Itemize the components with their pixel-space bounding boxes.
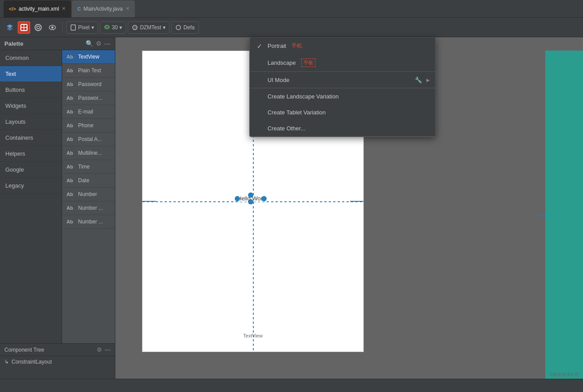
palette-item-time[interactable]: Ab Time: [62, 160, 115, 174]
uimode-check-icon: ✓: [257, 76, 264, 83]
palette-item-email-label: E-mail: [78, 109, 93, 115]
sidebar-item-google[interactable]: Google: [0, 162, 62, 178]
palette-item-multiline-label: Multiline...: [78, 150, 102, 156]
tab-java-label: MainActivity.java: [83, 6, 122, 12]
xml-icon: </>: [9, 6, 16, 12]
sidebar-item-text[interactable]: Text: [0, 66, 62, 82]
svg-point-5: [35, 24, 41, 31]
palette-items: Ab TextView Ab Plain Text Ab Password Ab…: [62, 50, 115, 379]
palette-item-date[interactable]: Ab Date: [62, 174, 115, 188]
postal-icon: Ab: [67, 137, 75, 142]
palette-item-plaintext[interactable]: Ab Plain Text: [62, 64, 115, 78]
api-dropdown[interactable]: 30 ▾: [100, 21, 126, 34]
time-icon: Ab: [67, 164, 75, 169]
sidebar-item-legacy[interactable]: Legacy: [0, 178, 62, 194]
portrait-tag: 手机: [292, 42, 302, 50]
palette-item-textview[interactable]: Ab TextView: [62, 50, 115, 64]
palette-item-textview-label: TextView: [78, 54, 99, 60]
create-tablet-check-icon: ✓: [257, 109, 264, 116]
sidebar-item-widgets[interactable]: Widgets: [0, 98, 62, 114]
plaintext-icon: Ab: [67, 68, 75, 73]
svg-text:Ⓣ: Ⓣ: [134, 26, 137, 29]
palette-collapse-button[interactable]: —: [104, 40, 110, 47]
uimode-arrow-icon: ▶: [426, 78, 430, 82]
palette-item-number[interactable]: Ab Number: [62, 188, 115, 201]
palette-search-button[interactable]: 🔍: [86, 40, 93, 47]
palette-body: Common Text Buttons Widgets Layouts Cont…: [0, 50, 115, 379]
arrow-left: [142, 201, 156, 202]
inspect-button[interactable]: [32, 21, 44, 34]
dropdown-portrait[interactable]: ✓ Portrait 手机: [250, 38, 435, 54]
palette-categories: Common Text Buttons Widgets Layouts Cont…: [0, 50, 62, 379]
dropdown-landscape[interactable]: ✓ Landscape 平板: [250, 54, 435, 71]
svg-point-8: [51, 26, 54, 28]
handle-left[interactable]: [235, 196, 240, 201]
palette-item-email[interactable]: Ab E-mail: [62, 105, 115, 119]
palette-item-phone[interactable]: Ab Phone: [62, 119, 115, 133]
palette-item-numberdecimal[interactable]: Ab Number ...: [62, 215, 115, 229]
palette-item-multiline[interactable]: Ab Multiline...: [62, 146, 115, 160]
eye-button[interactable]: [46, 21, 59, 34]
numbersigned-icon: Ab: [67, 205, 75, 211]
palette-item-postal[interactable]: Ab Postal A...: [62, 133, 115, 146]
dropdown-create-landscape[interactable]: ✓ Create Landscape Variation: [250, 88, 435, 104]
tab-xml[interactable]: </> activity_main.xml ✕: [4, 0, 71, 17]
handle-right[interactable]: [261, 196, 267, 201]
device-dropdown[interactable]: Pixel ▾: [66, 21, 98, 34]
watermark: ©掘金技术社区: [550, 372, 579, 378]
tab-java-close[interactable]: ✕: [126, 6, 130, 12]
svg-rect-9: [71, 25, 75, 30]
component-tree-header: Component Tree ⚙ —: [0, 344, 115, 356]
palette-actions: 🔍 ⚙ —: [86, 40, 110, 47]
locale-label: Defa: [183, 24, 194, 31]
uimode-tool-icon: 🔧: [415, 77, 422, 83]
orientation-button[interactable]: [18, 21, 30, 34]
dropdown-create-tablet[interactable]: ✓ Create Tablet Variation: [250, 104, 435, 120]
sidebar-item-containers[interactable]: Containers: [0, 130, 62, 146]
palette-title: Palette: [4, 40, 24, 47]
device-chevron: ▾: [91, 24, 94, 31]
sidebar-item-layouts[interactable]: Layouts: [0, 114, 62, 130]
palette-item-phone-label: Phone: [78, 122, 94, 129]
create-landscape-check-icon: ✓: [257, 93, 264, 100]
palette-item-numbersigned[interactable]: Ab Number ...: [62, 201, 115, 215]
layers-button[interactable]: [4, 21, 16, 34]
palette-item-password[interactable]: Ab Password: [62, 78, 115, 91]
theme-dropdown[interactable]: Ⓣ DZMTest ▾: [128, 21, 169, 34]
dropdown-create-other[interactable]: ✓ Create Other...: [250, 120, 435, 136]
textview-icon: Ab: [67, 54, 75, 59]
email-icon: Ab: [67, 109, 75, 114]
sidebar-item-helpers[interactable]: Helpers: [0, 146, 62, 162]
palette-item-date-label: Date: [78, 177, 89, 184]
palette-item-plaintext-label: Plain Text: [78, 67, 101, 74]
component-tree-settings-button[interactable]: ⚙: [97, 346, 102, 353]
sidebar-item-common[interactable]: Common: [0, 50, 62, 66]
separator-1: [62, 22, 63, 33]
palette-item-numbersigned-label: Number ...: [78, 205, 103, 211]
handle-top[interactable]: [248, 192, 253, 198]
component-tree: Component Tree ⚙ — ↳ ConstraintLayout: [0, 343, 115, 379]
tab-java[interactable]: C MainActivity.java ✕: [72, 0, 134, 17]
dropdown-uimode[interactable]: ✓ UI Mode ▶ 🔧: [250, 72, 435, 88]
password-icon: Ab: [67, 82, 75, 87]
tab-xml-label: activity_main.xml: [19, 6, 59, 12]
dropdown-menu: ✓ Portrait 手机 ✓ Landscape 平板 ✓ UI Mode ▶…: [249, 37, 436, 137]
component-tree-collapse-button[interactable]: —: [105, 346, 110, 353]
handle-bottom[interactable]: [248, 199, 253, 204]
palette-settings-button[interactable]: ⚙: [96, 40, 102, 47]
uimode-label: UI Mode: [268, 77, 289, 83]
palette-item-passworddots[interactable]: Ab Passwor...: [62, 91, 115, 105]
palette-item-password-label: Password: [78, 81, 102, 87]
locale-dropdown[interactable]: Defa: [171, 21, 198, 34]
textview-widget[interactable]: Hello Worl: [237, 195, 264, 202]
sidebar-item-buttons[interactable]: Buttons: [0, 82, 62, 98]
component-tree-actions: ⚙ —: [97, 346, 110, 353]
create-other-label: Create Other...: [268, 125, 305, 132]
passworddots-icon: Ab: [67, 95, 75, 101]
palette-item-postal-label: Postal A...: [78, 136, 102, 142]
dropdown-section-uimode: ✓ UI Mode ▶ 🔧: [250, 72, 435, 88]
palette-item-number-label: Number: [78, 191, 97, 197]
teal-constraint-arrow: [536, 214, 545, 215]
constraintlayout-icon: ↳: [4, 359, 9, 365]
tab-xml-close[interactable]: ✕: [62, 6, 66, 12]
